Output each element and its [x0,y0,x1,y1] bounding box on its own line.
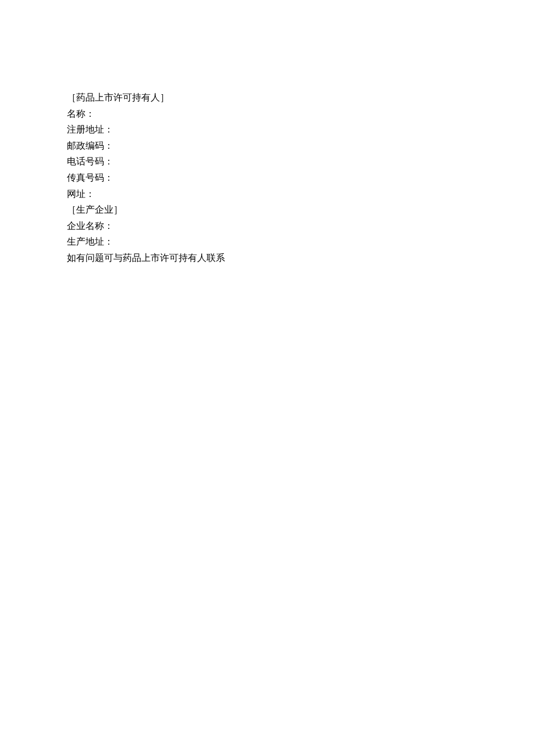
field-website: 网址： [67,187,535,202]
field-production-address: 生产地址： [67,234,535,249]
document-body: ［药品上市许可持有人］ 名称： 注册地址： 邮政编码： 电话号码： 传真号码： … [0,0,535,266]
section-header-manufacturer: ［生产企业］ [67,202,535,217]
field-phone: 电话号码： [67,154,535,169]
field-fax: 传真号码： [67,170,535,185]
field-name: 名称： [67,106,535,121]
field-registered-address: 注册地址： [67,122,535,137]
field-company-name: 企业名称： [67,218,535,234]
contact-note: 如有问题可与药品上市许可持有人联系 [67,250,535,266]
field-postal-code: 邮政编码： [67,138,535,153]
section-header-holder: ［药品上市许可持有人］ [67,90,535,105]
